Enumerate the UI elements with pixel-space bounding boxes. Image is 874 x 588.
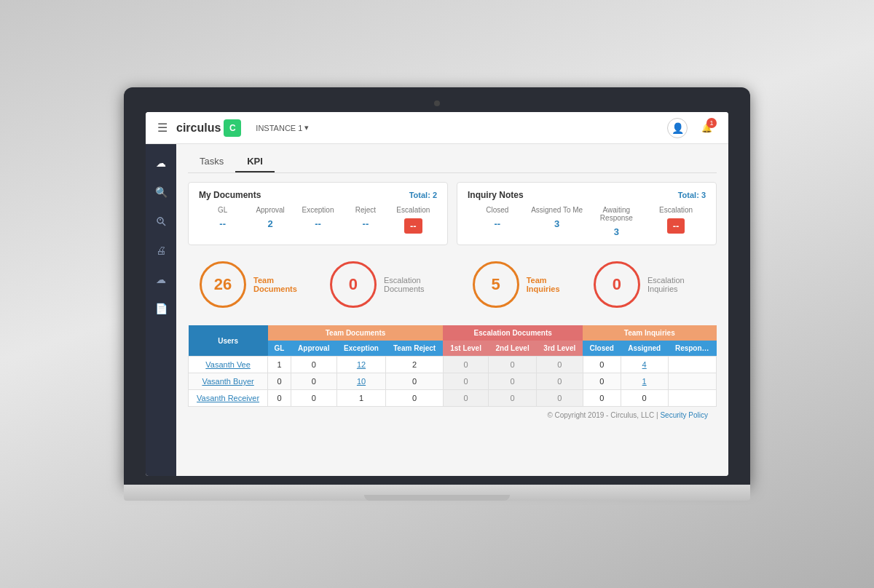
td-vee-level1: 0 <box>443 357 488 373</box>
security-policy-link[interactable]: Security Policy <box>660 411 708 419</box>
inq-header-escalation: Escalation <box>646 206 706 214</box>
col-header-approval: Approval <box>246 206 294 214</box>
col-header-gl: GL <box>199 206 246 214</box>
user-vasanth-vee[interactable]: Vasanth Vee <box>189 357 268 373</box>
col-val-reject: -- <box>342 218 389 229</box>
inquiry-notes-title: Inquiry Notes <box>468 190 524 200</box>
screen-bezel: ☰ circulus C INSTANCE 1 ▾ 👤 <box>124 87 750 485</box>
user-vasanth-buyer[interactable]: Vasanth Buyer <box>189 373 268 390</box>
inq-header-closed: Closed <box>468 206 527 214</box>
app-container: ☰ circulus C INSTANCE 1 ▾ 👤 <box>146 112 728 476</box>
td-vee-closed: 0 <box>583 357 621 373</box>
th-assigned: Assigned <box>621 341 668 357</box>
td-buyer-gl: 0 <box>268 373 291 390</box>
td-receiver-team-reject: 0 <box>386 390 444 407</box>
kpi-col-gl: GL -- <box>199 206 246 234</box>
circle-escalation-inquiries-value: 0 <box>594 261 640 308</box>
inq-val-closed: -- <box>468 218 527 229</box>
table-sub-header-row: GL Approval Exception Team Reject 1st Le… <box>189 341 717 357</box>
table-row: Vasanth Buyer 0 0 10 0 0 0 0 0 <box>189 373 717 390</box>
kpi-col-reject: Reject -- <box>342 206 389 234</box>
inq-val-escalation: -- <box>646 218 706 234</box>
svg-line-1 <box>162 223 165 226</box>
user-vasanth-receiver[interactable]: Vasanth Receiver <box>189 390 268 407</box>
sidebar-item-search1[interactable]: 🔍 <box>149 180 173 204</box>
circle-escalation-docs-label: Escalation Documents <box>384 276 451 293</box>
circle-team-inquiries: 5 Team Inquiries <box>473 261 572 308</box>
th-escalation-documents: Escalation Documents <box>443 325 583 341</box>
kpi-col-escalation: Escalation -- <box>390 206 437 234</box>
td-receiver-exception: 1 <box>336 390 386 407</box>
td-receiver-assigned: 0 <box>621 390 668 407</box>
inquiry-notes-card: Inquiry Notes Total: 3 Closed <box>457 182 717 245</box>
col-val-approval: 2 <box>246 218 294 229</box>
th-approval: Approval <box>291 341 336 357</box>
sidebar-item-upload[interactable]: ☁ <box>149 268 173 291</box>
inquiry-notes-total: Total: 3 <box>678 191 706 199</box>
inq-val-awaiting: 3 <box>587 226 647 237</box>
screen: ☰ circulus C INSTANCE 1 ▾ 👤 <box>146 112 728 476</box>
td-buyer-exception[interactable]: 10 <box>336 373 386 390</box>
td-receiver-response <box>668 390 717 407</box>
logo-icon: C <box>224 119 241 137</box>
inq-col-escalation: Escalation -- <box>646 206 706 237</box>
tabs: Tasks KPI <box>188 151 717 173</box>
col-header-escalation: Escalation <box>390 206 437 214</box>
th-users: Users <box>189 325 268 357</box>
laptop-base <box>124 485 750 501</box>
th-team-inquiries: Team Inquiries <box>583 325 716 341</box>
top-nav: ☰ circulus C INSTANCE 1 ▾ 👤 <box>146 112 728 144</box>
td-buyer-team-reject: 0 <box>386 373 444 390</box>
circle-escalation-docs: 0 Escalation Documents <box>330 261 451 308</box>
content-area: Tasks KPI My Documents Total: <box>176 144 728 476</box>
table-row: Vasanth Receiver 0 0 1 0 0 0 0 0 <box>189 390 717 407</box>
inquiry-notes-cols: Closed -- Assigned To Me 3 Awaiting Resp… <box>468 206 706 237</box>
sidebar-item-cloud[interactable]: ☁ <box>149 151 173 175</box>
td-vee-exception[interactable]: 12 <box>336 357 386 373</box>
th-exception: Exception <box>336 341 386 357</box>
inq-col-assigned: Assigned To Me 3 <box>527 206 587 237</box>
td-vee-level2: 0 <box>489 357 537 373</box>
sidebar-item-print[interactable]: 🖨 <box>149 239 173 262</box>
td-buyer-level2: 0 <box>489 373 537 390</box>
inq-header-assigned: Assigned To Me <box>527 206 587 214</box>
table-row: Vasanth Vee 1 0 12 2 0 0 0 0 <box>189 357 717 373</box>
data-table-wrapper: Users Team Documents Escalation Document… <box>188 325 717 407</box>
table-group-header-row: Users Team Documents Escalation Document… <box>189 325 717 341</box>
inq-header-awaiting: Awaiting Response <box>587 206 647 222</box>
my-documents-cols: GL -- Approval 2 Exception <box>199 206 437 234</box>
col-val-exception: -- <box>294 218 342 229</box>
instance-selector[interactable]: INSTANCE 1 ▾ <box>256 123 309 132</box>
td-vee-level3: 0 <box>537 357 583 373</box>
th-gl: GL <box>268 341 291 357</box>
td-buyer-assigned[interactable]: 1 <box>621 373 668 390</box>
circle-team-inquiries-value: 5 <box>473 261 519 308</box>
data-table: Users Team Documents Escalation Document… <box>188 325 717 407</box>
th-2nd-level: 2nd Level <box>489 341 537 357</box>
td-vee-assigned[interactable]: 4 <box>621 357 668 373</box>
hamburger-icon[interactable]: ☰ <box>157 121 168 135</box>
circle-team-docs-label: Team Documents <box>253 276 308 293</box>
th-response: Respon… <box>668 341 717 357</box>
nav-icons: 👤 🔔 1 <box>667 118 717 138</box>
td-buyer-level3: 0 <box>537 373 583 390</box>
kpi-cards: My Documents Total: 2 GL -- <box>188 182 717 245</box>
sidebar-item-doc[interactable]: 📄 <box>149 297 173 320</box>
td-buyer-closed: 0 <box>583 373 621 390</box>
notification-icon[interactable]: 🔔 1 <box>696 118 717 138</box>
my-documents-card: My Documents Total: 2 GL -- <box>188 182 448 245</box>
col-val-gl: -- <box>199 218 246 229</box>
my-documents-total: Total: 2 <box>409 191 437 199</box>
tab-kpi[interactable]: KPI <box>235 151 275 172</box>
user-icon[interactable]: 👤 <box>667 118 688 138</box>
laptop-shell: ☰ circulus C INSTANCE 1 ▾ 👤 <box>124 87 750 501</box>
app-logo: circulus C <box>176 119 241 137</box>
footer: © Copyright 2019 - Circulus, LLC | Secur… <box>188 407 717 424</box>
tab-tasks[interactable]: Tasks <box>188 151 235 172</box>
td-vee-approval: 0 <box>291 357 336 373</box>
kpi-col-approval: Approval 2 <box>246 206 294 234</box>
sidebar-item-search2[interactable] <box>149 210 173 233</box>
circle-team-docs-value: 26 <box>200 261 246 308</box>
td-receiver-level2: 0 <box>489 390 537 407</box>
td-receiver-level3: 0 <box>537 390 583 407</box>
